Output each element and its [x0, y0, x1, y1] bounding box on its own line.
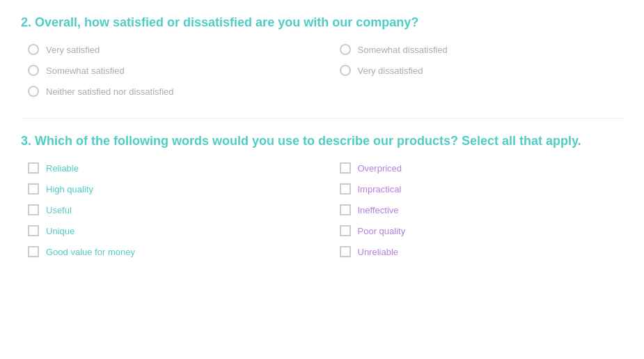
question-3: 3. Which of the following words would yo… [21, 132, 623, 257]
checkbox-impractical[interactable] [340, 183, 351, 194]
checkbox-poor-quality[interactable] [340, 225, 351, 236]
option-overpriced-label: Overpriced [358, 163, 402, 174]
option-good-value[interactable]: Good value for money [28, 246, 312, 257]
option-high-quality-label: High quality [46, 184, 93, 194]
radio-neither[interactable] [28, 86, 39, 97]
checkbox-overpriced[interactable] [340, 162, 351, 174]
option-neither[interactable]: Neither satisfied nor dissatisfied [28, 86, 312, 97]
option-very-satisfied[interactable]: Very satisfied [28, 44, 312, 55]
checkbox-reliable[interactable] [28, 162, 39, 174]
option-ineffective-label: Ineffective [358, 205, 399, 215]
question-2: 2. Overall, how satisfied or dissatisfie… [21, 14, 623, 97]
option-somewhat-satisfied[interactable]: Somewhat satisfied [28, 65, 312, 76]
checkbox-unique[interactable] [28, 225, 39, 236]
option-neither-label: Neither satisfied nor dissatisfied [46, 86, 174, 97]
checkbox-high-quality[interactable] [28, 183, 39, 194]
option-unique-label: Unique [46, 226, 74, 236]
option-very-satisfied-label: Very satisfied [46, 45, 100, 55]
option-somewhat-dissatisfied[interactable]: Somewhat dissatisfied [340, 44, 624, 55]
checkbox-unreliable[interactable] [340, 246, 351, 257]
section-divider [21, 118, 623, 119]
checkbox-good-value[interactable] [28, 246, 39, 257]
option-very-dissatisfied-label: Very dissatisfied [358, 66, 423, 76]
option-useful-label: Useful [46, 205, 72, 215]
option-unreliable[interactable]: Unreliable [340, 246, 624, 257]
option-impractical[interactable]: Impractical [340, 183, 624, 194]
option-overpriced[interactable]: Overpriced [340, 162, 624, 174]
radio-somewhat-satisfied[interactable] [28, 65, 39, 76]
option-useful[interactable]: Useful [28, 204, 312, 215]
option-high-quality[interactable]: High quality [28, 183, 312, 194]
question-3-title: 3. Which of the following words would yo… [21, 132, 623, 150]
radio-very-satisfied[interactable] [28, 44, 39, 55]
option-reliable-label: Reliable [46, 163, 79, 174]
option-somewhat-dissatisfied-label: Somewhat dissatisfied [358, 45, 448, 55]
option-poor-quality-label: Poor quality [358, 226, 406, 236]
option-very-dissatisfied[interactable]: Very dissatisfied [340, 65, 624, 76]
option-good-value-label: Good value for money [46, 247, 135, 257]
option-reliable[interactable]: Reliable [28, 162, 312, 174]
question-2-title: 2. Overall, how satisfied or dissatisfie… [21, 14, 623, 31]
option-unreliable-label: Unreliable [358, 247, 399, 257]
option-impractical-label: Impractical [358, 184, 402, 194]
radio-very-dissatisfied[interactable] [340, 65, 351, 76]
option-unique[interactable]: Unique [28, 225, 312, 236]
option-somewhat-satisfied-label: Somewhat satisfied [46, 66, 125, 76]
option-ineffective[interactable]: Ineffective [340, 204, 624, 215]
checkbox-useful[interactable] [28, 204, 39, 215]
radio-somewhat-dissatisfied[interactable] [340, 44, 351, 55]
checkbox-ineffective[interactable] [340, 204, 351, 215]
option-poor-quality[interactable]: Poor quality [340, 225, 624, 236]
